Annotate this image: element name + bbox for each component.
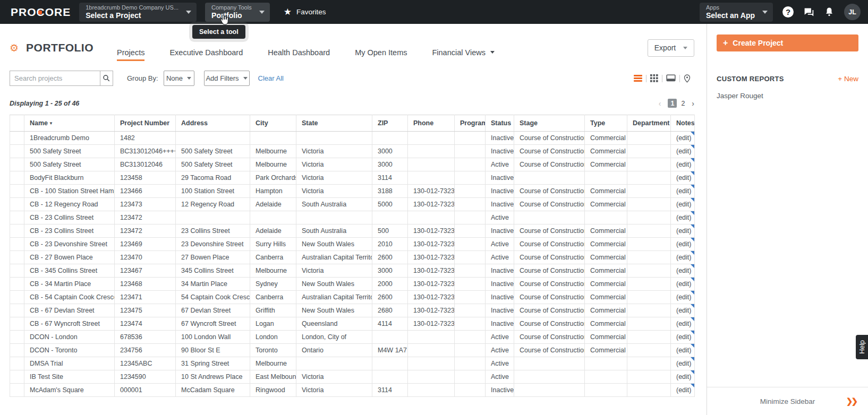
project-name-link[interactable]: IB Test Site: [24, 370, 115, 384]
search-button[interactable]: [100, 71, 113, 86]
project-picker[interactable]: 1breadcrumb Demo Company US... Select a …: [79, 3, 197, 22]
notes-edit-link[interactable]: (edit): [671, 357, 695, 370]
row-select-cell[interactable]: [10, 132, 24, 145]
column-header-status[interactable]: Status: [486, 115, 514, 132]
create-project-button[interactable]: + Create Project: [717, 34, 858, 51]
notes-edit-link[interactable]: (edit): [671, 291, 695, 304]
column-header-stage[interactable]: Stage: [514, 115, 585, 132]
project-number-link[interactable]: BC313012046: [115, 158, 176, 171]
avatar[interactable]: JL: [844, 4, 861, 20]
favorites-button[interactable]: ★ Favorites: [284, 6, 326, 18]
row-select-cell[interactable]: [10, 291, 24, 304]
row-select-cell[interactable]: [10, 384, 24, 397]
pagination-page-1[interactable]: 1: [668, 99, 677, 108]
map-view-button[interactable]: [680, 74, 694, 83]
notes-edit-link[interactable]: (edit): [671, 145, 695, 158]
tab-projects[interactable]: Projects: [117, 34, 144, 61]
project-number-link[interactable]: 1234590: [115, 370, 176, 384]
pagination-next-icon[interactable]: ›: [692, 99, 694, 108]
procore-logo[interactable]: PROCORE: [11, 6, 71, 19]
notes-edit-link[interactable]: (edit): [671, 185, 695, 198]
project-name-link[interactable]: CB - 23 Devonshire Street: [24, 238, 115, 251]
project-name-link[interactable]: CB - 67 Devlan Street: [24, 304, 115, 317]
group-by-select[interactable]: None: [164, 71, 194, 86]
notes-edit-link[interactable]: (edit): [671, 304, 695, 317]
project-name-link[interactable]: DCON - London: [24, 331, 115, 344]
project-name-link[interactable]: CB - 34 Martin Place: [24, 278, 115, 291]
clear-all-link[interactable]: Clear All: [258, 74, 284, 82]
row-select-cell[interactable]: [10, 331, 24, 344]
row-select-cell[interactable]: [10, 344, 24, 357]
notes-edit-link[interactable]: (edit): [671, 211, 695, 224]
project-name-link[interactable]: BodyFit Blackburn: [24, 171, 115, 185]
notes-edit-link[interactable]: (edit): [671, 317, 695, 331]
notes-edit-link[interactable]: (edit): [671, 132, 695, 145]
project-name-link[interactable]: DCON - Toronto: [24, 344, 115, 357]
project-name-link[interactable]: CB - 23 Collins Street: [24, 211, 115, 224]
row-select-cell[interactable]: [10, 171, 24, 185]
project-number-link[interactable]: 123470: [115, 251, 176, 264]
project-number-link[interactable]: 123473: [115, 198, 176, 211]
project-number-link[interactable]: 123468: [115, 278, 176, 291]
row-select-cell[interactable]: [10, 224, 24, 238]
project-name-link[interactable]: CB - 100 Station Street Hampton: [24, 185, 115, 198]
project-number-link[interactable]: 1482: [115, 132, 176, 145]
messages-button[interactable]: [803, 6, 814, 18]
project-name-link[interactable]: CB - 23 Collins Street: [24, 224, 115, 238]
notes-edit-link[interactable]: (edit): [671, 198, 695, 211]
project-number-link[interactable]: 234756: [115, 344, 176, 357]
column-header-phone[interactable]: Phone: [408, 115, 455, 132]
new-report-link[interactable]: + New: [838, 75, 858, 83]
gear-icon[interactable]: ⚙: [10, 42, 19, 54]
row-select-cell[interactable]: [10, 317, 24, 331]
column-header-name[interactable]: Name▼: [24, 115, 115, 132]
notes-edit-link[interactable]: (edit): [671, 238, 695, 251]
row-select-cell[interactable]: [10, 158, 24, 171]
list-view-button[interactable]: [630, 75, 646, 82]
add-filters-button[interactable]: Add Filters: [204, 71, 250, 86]
notes-edit-link[interactable]: (edit): [671, 171, 695, 185]
notes-edit-link[interactable]: (edit): [671, 331, 695, 344]
column-header-address[interactable]: Address: [176, 115, 250, 132]
grid-view-button[interactable]: [646, 74, 662, 82]
help-button[interactable]: ?: [782, 6, 794, 18]
project-name-link[interactable]: CB - 54 Captain Cook Crescent: [24, 291, 115, 304]
notes-edit-link[interactable]: (edit): [671, 370, 695, 384]
project-name-link[interactable]: 500 Safety Street: [24, 158, 115, 171]
row-select-cell[interactable]: [10, 370, 24, 384]
minimize-sidebar-button[interactable]: Minimize Sidebar: [760, 397, 815, 405]
project-number-link[interactable]: 123475: [115, 304, 176, 317]
notifications-button[interactable]: [824, 6, 835, 18]
column-header-city[interactable]: City: [250, 115, 296, 132]
project-name-link[interactable]: 500 Safety Street: [24, 145, 115, 158]
tool-picker[interactable]: Company Tools Portfolio: [205, 3, 270, 22]
notes-edit-link[interactable]: (edit): [671, 278, 695, 291]
apps-picker[interactable]: Apps Select an App: [700, 3, 773, 22]
double-chevron-right-icon[interactable]: ❯❯: [846, 396, 856, 406]
export-button[interactable]: Export: [648, 39, 694, 57]
project-number-link[interactable]: 123466: [115, 185, 176, 198]
row-select-cell[interactable]: [10, 198, 24, 211]
tab-my-open-items[interactable]: My Open Items: [355, 34, 407, 61]
column-header-notes[interactable]: Notes: [671, 115, 695, 132]
column-header-program[interactable]: Program: [455, 115, 486, 132]
project-name-link[interactable]: McAdam's Square: [24, 384, 115, 397]
column-header-zip[interactable]: ZIP: [372, 115, 408, 132]
pagination-prev-icon[interactable]: ‹: [659, 99, 661, 108]
row-select-cell[interactable]: [10, 357, 24, 370]
project-number-link[interactable]: 12345ABC: [115, 357, 176, 370]
project-name-link[interactable]: CB - 67 Wyncroft Street: [24, 317, 115, 331]
column-header-type[interactable]: Type: [585, 115, 627, 132]
column-header-project-number[interactable]: Project Number: [115, 115, 176, 132]
column-header-state[interactable]: State: [296, 115, 372, 132]
row-select-cell[interactable]: [10, 238, 24, 251]
row-select-cell[interactable]: [10, 185, 24, 198]
project-number-link[interactable]: 123472: [115, 224, 176, 238]
notes-edit-link[interactable]: (edit): [671, 344, 695, 357]
row-select-cell[interactable]: [10, 278, 24, 291]
project-number-link[interactable]: 000001: [115, 384, 176, 397]
project-number-link[interactable]: 123474: [115, 317, 176, 331]
project-name-link[interactable]: CB - 12 Regency Road: [24, 198, 115, 211]
row-select-cell[interactable]: [10, 251, 24, 264]
project-number-link[interactable]: 678536: [115, 331, 176, 344]
